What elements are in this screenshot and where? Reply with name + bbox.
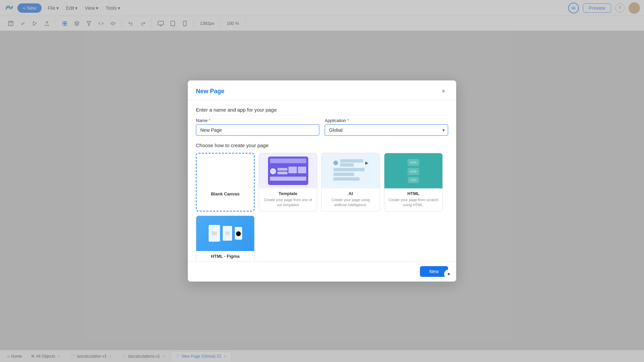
cards-grid: Blank Canvas — [196, 153, 448, 261]
dev1-screen — [212, 231, 217, 235]
name-input[interactable] — [196, 124, 319, 136]
ai-thumb: ▶ — [322, 153, 380, 188]
html-box2: </> — [408, 168, 420, 175]
ai-card[interactable]: ▶ AI Create your page using artificial i… — [321, 153, 380, 212]
t-circle — [270, 168, 276, 174]
app-label: Application * — [325, 118, 448, 123]
html-label: HTML — [405, 188, 422, 197]
template-thumb — [259, 153, 317, 188]
t-col1 — [288, 167, 297, 173]
figma-label: HTML - Figma — [208, 251, 243, 260]
name-required: * — [209, 118, 210, 123]
figma-devices: ⬤ — [209, 225, 242, 242]
modal-title: New Page — [196, 88, 224, 95]
dev2-screen — [225, 232, 229, 235]
new-page-modal: New Page × Enter a name and app for your… — [188, 80, 456, 282]
t-footer — [270, 177, 306, 181]
figma-device3: ⬤ — [235, 227, 242, 240]
figma-logo-icon: ⬤ — [236, 231, 241, 236]
app-select-wrap: Global Default Custom ▾ — [325, 124, 448, 136]
ai-lines — [340, 159, 363, 167]
modal-footer: New — [188, 261, 456, 282]
t-row2 — [277, 172, 288, 174]
app-select[interactable]: Global Default Custom — [325, 124, 448, 136]
modal-close-button[interactable]: × — [439, 86, 448, 96]
template-card[interactable]: Template Create your page from one of ou… — [259, 153, 317, 212]
section2-label: Choose how to create your page — [196, 142, 448, 148]
ai-desc: Create your page using artificial intell… — [322, 197, 380, 211]
figma-card[interactable]: ⬤ ✦ HTML - Figma — [196, 216, 255, 261]
t-col2 — [298, 167, 306, 173]
ai-line3 — [333, 168, 365, 171]
html-card[interactable]: </> </> </> HTML Create your page from s… — [384, 153, 443, 212]
template-label: Template — [276, 188, 300, 197]
figma-device1 — [209, 225, 220, 242]
t-header — [270, 159, 306, 163]
modal-header: New Page × — [188, 80, 456, 100]
html-box3: </> — [408, 177, 419, 183]
t-row1 — [277, 168, 288, 171]
ai-circle — [333, 161, 338, 165]
blank-canvas-card[interactable]: Blank Canvas — [196, 153, 255, 212]
ai-line1 — [340, 159, 363, 163]
ai-label: AI — [346, 188, 356, 197]
ai-play-icon: ▶ — [365, 161, 368, 165]
blank-canvas-thumb — [197, 154, 254, 189]
form-row: Name * Application * Global Default Cust… — [196, 118, 448, 136]
blank-canvas-label: Blank Canvas — [208, 189, 242, 198]
html-thumb: </> </> </> — [384, 153, 442, 188]
template-desc: Create your page from one of our templat… — [259, 197, 317, 211]
html-illustration: </> </> </> — [393, 157, 434, 185]
ai-line2 — [340, 163, 354, 167]
modal-body: Enter a name and app for your page Name … — [188, 100, 456, 261]
ai-line4 — [333, 173, 354, 176]
name-label: Name * — [196, 118, 319, 123]
section1-label: Enter a name and app for your page — [196, 107, 448, 113]
figma-device2 — [223, 226, 232, 241]
figma-thumb: ⬤ ✦ — [196, 216, 254, 251]
name-group: Name * — [196, 118, 319, 136]
ai-line5 — [333, 177, 360, 181]
ai-row-wrap: ▶ — [333, 159, 368, 167]
template-illustration — [268, 157, 308, 185]
html-desc: Create your page from scratch using HTML… — [384, 197, 442, 211]
html-box1: </> — [408, 159, 420, 166]
ai-illustration: ▶ — [331, 157, 371, 185]
app-required: * — [347, 118, 349, 123]
app-group: Application * Global Default Custom ▾ — [325, 118, 448, 136]
